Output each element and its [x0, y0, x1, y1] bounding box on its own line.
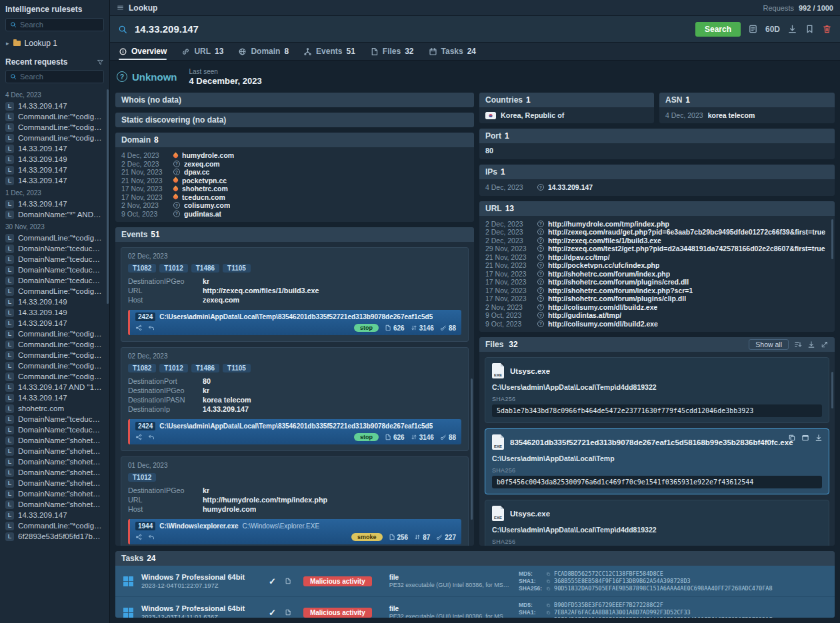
sha256-value[interactable]: 5dab1e7b343bd78c0966fb464de5472e23771630… — [492, 404, 822, 417]
url-row[interactable]: 21 Nov, 2023 http://dpav.cc/tmp/ — [485, 253, 829, 262]
task-row[interactable]: Windows 7 Professional 64bit 2023-12-03T… — [115, 597, 835, 618]
mitre-technique-tag[interactable]: T1105 — [223, 264, 251, 273]
report-document-icon[interactable] — [285, 576, 291, 586]
tab[interactable]: Domain 8 — [238, 43, 289, 60]
recent-request-item[interactable]: 14.33.209.147 — [0, 143, 109, 154]
url-value[interactable]: http://zexeq.com/raud/get.php?pid=6e3aab… — [548, 228, 825, 236]
copy-icon[interactable] — [546, 586, 551, 591]
domain-row[interactable]: 17 Nov, 2023 shohetrc.com — [121, 185, 468, 193]
process-bar[interactable]: 2424 C:\Users\admin\AppData\Local\Temp\8… — [128, 310, 461, 335]
download-icon[interactable] — [815, 434, 823, 442]
url-value[interactable]: http://dpav.cc/tmp/ — [548, 253, 610, 261]
recent-request-item[interactable]: CommandLine:"*codigo... — [0, 520, 109, 531]
recent-request-item[interactable]: CommandLine:"*codigo... — [0, 233, 109, 243]
open-window-icon[interactable] — [801, 434, 809, 442]
recent-request-item[interactable]: CommandLine:"*codigo... — [0, 350, 109, 360]
mitre-technique-tag[interactable]: T1486 — [191, 264, 219, 273]
tab[interactable]: URL 13 — [181, 43, 223, 60]
recent-request-item[interactable]: CommandLine:"*codigo... — [0, 371, 109, 382]
domain-row[interactable]: 21 Nov, 2023 dpav.cc — [121, 168, 468, 177]
tab[interactable]: Events 51 — [303, 43, 355, 60]
trash-icon[interactable] — [822, 24, 832, 34]
recent-request-item[interactable]: DomainName:"tceducn... — [0, 414, 109, 424]
mitre-technique-tag[interactable]: T1082 — [128, 364, 156, 372]
url-value[interactable]: http://colisumy.com/dl/buildz.exe — [548, 303, 657, 311]
process-reply-icon[interactable] — [148, 434, 155, 440]
url-value[interactable]: http://shohetrc.com/forum/plugins/clip.d… — [548, 295, 686, 303]
recent-request-item[interactable]: DomainName:"shohetrc... — [0, 467, 109, 478]
process-graph-icon[interactable] — [135, 434, 142, 440]
copy-icon[interactable] — [546, 579, 551, 584]
asn-header[interactable]: ASN 1 — [659, 93, 835, 107]
recent-request-item[interactable]: DomainName:"shohetrc... — [0, 488, 109, 499]
files-scrollbar-thumb[interactable] — [831, 372, 833, 408]
events-scrollbar-thumb[interactable] — [471, 378, 473, 520]
sha256-value[interactable]: 90D51832DA07505EFAE9B587898C151A6AAA4AE0… — [554, 585, 773, 592]
copy-icon[interactable] — [546, 618, 551, 618]
recent-request-item[interactable]: 14.33.209.149 — [0, 154, 109, 165]
url-row[interactable]: 17 Nov, 2023 http://shohetrc.com/forum/i… — [485, 270, 829, 279]
url-value[interactable]: http://colisumy.com/dl/build2.exe — [548, 320, 658, 328]
countries-header[interactable]: Countries 1 — [479, 93, 654, 107]
sha1-value[interactable]: 368B555E8EB584F9F16F13DB9B62A54A398728D3 — [554, 578, 691, 584]
recent-request-item[interactable]: DomainName:"shohetrc... — [0, 478, 109, 488]
url-row[interactable]: 2 Nov, 2023 http://colisumy.com/dl/build… — [485, 303, 829, 312]
process-reply-icon[interactable] — [148, 324, 155, 331]
url-value[interactable]: http://zexeq.com/files/1/build3.exe — [548, 237, 661, 245]
recent-request-item[interactable]: 14.33.209.147 — [0, 392, 109, 403]
recent-request-item[interactable]: DomainName:"*" AND I... — [0, 209, 109, 220]
sha256-value[interactable]: b0f5456c0043da825300976a6d1c469f70c9e154… — [492, 476, 822, 488]
recent-request-item[interactable]: CommandLine:"*codigo... — [0, 286, 109, 297]
process-bar[interactable]: 1944 C:\Windows\explorer.exe C:\Windows\… — [128, 519, 461, 544]
file-card[interactable]: Utsysc.exe C:\Users\admin\AppData\Local\… — [485, 500, 829, 546]
recent-request-item[interactable]: 14.33.209.147 — [0, 318, 109, 328]
event-card[interactable]: 02 Dec, 2023 T1082T1012T1486T1105 Destin… — [121, 347, 469, 451]
recent-request-item[interactable]: DomainName:"tceducn... — [0, 424, 109, 435]
recent-request-item[interactable]: DomainName:"tceducn... — [0, 265, 109, 275]
recent-request-item[interactable]: CommandLine:"*codigo... — [0, 111, 109, 122]
tab[interactable]: Overview — [119, 43, 167, 60]
recent-request-item[interactable]: DomainName:"shohetrc... — [0, 456, 109, 467]
rulesets-search-input[interactable] — [20, 21, 99, 29]
bookmark-icon[interactable] — [805, 24, 815, 34]
static-discovering-header[interactable]: Static discovering (no data) — [115, 113, 474, 127]
md5-value[interactable]: B90DFD535BE3F6729EEEF7B272288C2F — [554, 602, 663, 608]
recent-request-item[interactable]: DomainName:"tceducn... — [0, 254, 109, 265]
sidebar-folder-lookup[interactable]: Lookup 1 — [0, 36, 109, 51]
tab[interactable]: Tasks 24 — [429, 43, 477, 60]
port-header[interactable]: Port 1 — [479, 129, 835, 143]
recent-request-item[interactable]: CommandLine:"*codigo... — [0, 339, 109, 350]
recent-request-item[interactable]: DomainName:"shohetrc... — [0, 446, 109, 456]
ip-row[interactable]: 4 Dec, 2023 14.33.209.147 — [485, 183, 829, 192]
url-value[interactable]: http://gudintas.at/tmp/ — [548, 311, 621, 319]
download-icon[interactable] — [787, 24, 797, 34]
url-value[interactable]: http://pocketvpn.cc/ufc/index.php — [548, 261, 659, 269]
sidebar-scrollbar-thumb[interactable] — [107, 89, 109, 304]
domain-name[interactable]: humydrole.com — [182, 151, 234, 159]
url-row[interactable]: 2 Dec, 2023 http://zexeq.com/raud/get.ph… — [485, 228, 829, 237]
copy-icon[interactable] — [546, 603, 551, 608]
file-card[interactable]: 83546201db335f52721ed313b9078de267eaf1c5… — [485, 428, 829, 494]
copy-icon[interactable] — [546, 610, 551, 615]
download-icon[interactable] — [807, 340, 815, 348]
event-card[interactable]: 02 Dec, 2023 T1082T1012T1486T1105 Destin… — [121, 247, 469, 342]
url-row[interactable]: 2 Dec, 2023 http://zexeq.com/files/1/bui… — [485, 237, 829, 245]
report-document-icon[interactable] — [285, 608, 291, 617]
url-row[interactable]: 21 Nov, 2023 http://pocketvpn.cc/ufc/ind… — [485, 261, 829, 270]
process-bar[interactable]: 2424 C:\Users\admin\AppData\Local\Temp\8… — [128, 419, 461, 444]
domain-row[interactable]: 21 Nov, 2023 pocketvpn.cc — [121, 177, 468, 185]
recent-request-item[interactable]: 14.33.209.147 — [0, 101, 109, 111]
tasks-header[interactable]: Tasks 24 — [115, 551, 835, 566]
recent-search-input[interactable] — [20, 73, 99, 81]
sort-icon[interactable] — [794, 340, 802, 348]
url-row[interactable]: 17 Nov, 2023 http://shohetrc.com/forum/i… — [485, 287, 829, 295]
domain-name[interactable]: tceducn.com — [182, 193, 225, 201]
recent-request-item[interactable]: DomainName:"shohetrc... — [0, 435, 109, 446]
recent-request-item[interactable]: shohetrc.com — [0, 403, 109, 414]
recent-request-item[interactable]: 14.33.209.149 — [0, 297, 109, 307]
ips-header[interactable]: IPs 1 — [479, 165, 835, 179]
domain-row[interactable]: 2 Dec, 2023 zexeq.com — [121, 160, 468, 169]
domain-name[interactable]: shohetrc.com — [182, 185, 228, 193]
show-all-button[interactable]: Show all — [749, 339, 789, 350]
sha1-value[interactable]: 7E8A2AF6FAC4A8B81A3001A8D7AD992F3D52CF33 — [554, 609, 691, 616]
